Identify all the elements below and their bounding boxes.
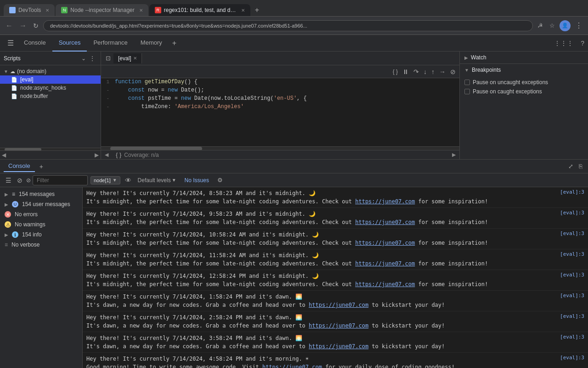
add-panel-button[interactable]: + [169,37,180,49]
tab-close-node[interactable]: ✕ [139,8,143,13]
sidebar-item-all-messages[interactable]: ▶ ≡ 154 messages [0,189,82,199]
console-sidebar-toggle[interactable]: ☰ [4,176,13,185]
console-add-panel-button[interactable]: + [37,162,46,171]
file-tree-item-eval[interactable]: 📄 [eval] [0,75,101,84]
tab-close-devtools[interactable]: ✕ [45,8,49,13]
code-tab-eval[interactable]: [eval] ✕ [113,53,142,63]
tab-favicon-devtools [9,7,16,13]
profile-button[interactable]: 👤 [560,20,571,31]
msg-source[interactable]: [eval]:3 [554,293,584,299]
step-into-button[interactable]: ↓ [422,67,429,76]
bookmark-button[interactable]: ☆ [548,20,557,31]
step-button[interactable]: → [437,67,447,76]
console-filter-input[interactable] [33,175,88,185]
info-label: 154 info [22,231,42,238]
user-messages-icon: U [12,201,18,207]
file-tree-item-buffer[interactable]: 📄 node:buffer [0,92,101,100]
tab-close-regex[interactable]: ✕ [241,8,245,13]
level-label: Default levels [138,177,171,184]
msg-link[interactable]: https://june07.com [355,240,415,246]
settings-button[interactable]: ⋮⋮⋮ [550,38,577,49]
extensions-button[interactable]: ☭ [536,20,545,31]
watch-section-header[interactable]: ▶ Watch [460,52,588,63]
code-nav-left[interactable]: ◀ [101,151,112,159]
tab-node-inspector[interactable]: N Node --inspector Manager ✕ [56,4,148,16]
console-message: Hey there! It's currently 7/14/2024, 12:… [83,270,588,291]
all-messages-icon: ≡ [12,191,15,197]
breakpoint-checkbox-uncaught[interactable] [464,80,470,85]
sidebar-item-warnings[interactable]: ⚠ No warnings [0,219,82,230]
step-over-button[interactable]: ↷ [412,67,421,76]
reload-button[interactable]: ↻ [31,20,40,31]
resume-button[interactable]: ⏸ [401,67,411,76]
msg-link[interactable]: https://june07.com [355,198,415,205]
help-button[interactable]: ? [577,38,588,49]
live-expressions-button[interactable]: 👁 [123,176,133,185]
tab-regex101[interactable]: R regex101: build, test, and debug... ✕ [149,4,250,16]
forward-button[interactable]: → [17,20,28,32]
devtools-tab-console[interactable]: Console [17,35,52,52]
devtools-tab-memory[interactable]: Memory [134,35,169,52]
address-bar[interactable]: devtools://devtools/bundled/js_app.html?… [43,20,533,31]
msg-source[interactable]: [eval]:3 [554,272,584,278]
code-horizontal-scrollbar[interactable] [101,146,459,150]
devtools-tab-performance[interactable]: Performance [87,35,134,52]
sidebar-item-verbose[interactable]: ≡ No verbose [0,240,82,250]
breakpoint-caught: Pause on caught exceptions [464,87,583,96]
msg-source[interactable]: [eval]:3 [554,230,584,236]
pretty-print-button[interactable]: { } [391,68,400,76]
file-panel-more-button[interactable]: ⋮ [88,54,97,63]
nav-right-button[interactable]: ▶ [95,152,99,158]
issues-settings-button[interactable]: ⚙ [215,176,225,184]
user-messages-label: 154 user messages [22,201,70,207]
eval-label: [eval] [20,76,34,83]
sidebar-item-user-messages[interactable]: ▶ U 154 user messages [0,199,82,209]
more-button[interactable]: ⋮ [573,19,584,32]
sidebar-item-errors[interactable]: ✕ No errors [0,209,82,219]
node-selector-display[interactable]: node[1] ▼ [90,176,120,184]
msg-link[interactable]: https://june07.com [309,322,368,329]
tab-devtools[interactable]: DevTools ✕ [4,4,55,16]
console-sidebar: ▶ ≡ 154 messages ▶ U 154 user messages ✕… [0,187,83,368]
node-selector-arrow: ▼ [113,178,117,183]
msg-source[interactable]: [eval]:3 [554,334,584,340]
msg-source[interactable]: [eval]:3 [554,355,584,361]
sidebar-item-info[interactable]: ▶ ℹ 154 info [0,230,82,240]
code-nav-right[interactable]: ▶ [448,151,459,159]
debug-panel: ▶ Watch ▼ Breakpoints Pause on uncaught … [459,52,588,159]
nav-left-button[interactable]: ◀ [2,152,6,158]
msg-link[interactable]: https://june07.com [309,302,368,308]
breakpoint-checkbox-caught[interactable] [464,89,470,94]
code-panel-icon-button[interactable]: ⊡ [103,54,113,63]
breakpoints-section-header[interactable]: ▼ Breakpoints [460,64,588,76]
buffer-label: node:buffer [20,93,48,99]
breakpoints-section: ▼ Breakpoints Pause on uncaught exceptio… [460,64,588,98]
sidebar-toggle-button[interactable]: ☰ [4,37,17,49]
msg-source[interactable]: [eval]:3 [554,251,584,257]
msg-link[interactable]: https://june07.com [262,364,322,368]
coverage-brackets: { } [116,151,121,158]
deactivate-breakpoints-button[interactable]: ⊘ [448,67,458,76]
file-tree-item-domain[interactable]: ▼ ☁ (no domain) [0,67,101,75]
msg-link[interactable]: https://june07.com [355,260,415,267]
msg-source[interactable]: [eval]:3 [554,210,584,216]
console-tab-main[interactable]: Console [4,161,35,172]
level-select-wrapper[interactable]: Default levels ▼ [136,176,178,184]
msg-source[interactable]: [eval]:3 [554,313,584,319]
file-panel-menu-button[interactable]: ⌄ [79,54,88,63]
issues-badge[interactable]: No Issues [181,176,213,184]
code-tab-close-icon[interactable]: ✕ [133,56,137,61]
step-out-button[interactable]: ↑ [430,67,436,76]
new-tab-button[interactable]: + [251,4,263,16]
msg-link[interactable]: https://june07.com [355,219,415,225]
msg-link[interactable]: https://june07.com [355,281,415,288]
devtools-tab-sources[interactable]: Sources [52,35,87,52]
expand-user-icon: ▶ [5,202,8,207]
msg-source[interactable]: [eval]:3 [554,189,584,195]
msg-link[interactable]: https://june07.com [309,343,368,350]
file-tree-item-async-hooks[interactable]: 📄 node:async_hooks [0,84,101,92]
console-clear-button[interactable]: ⊘ [16,176,23,185]
console-expand-button[interactable]: ⤢ [566,161,575,172]
console-dock-button[interactable]: ⎘ [577,161,584,172]
back-button[interactable]: ← [4,20,15,32]
